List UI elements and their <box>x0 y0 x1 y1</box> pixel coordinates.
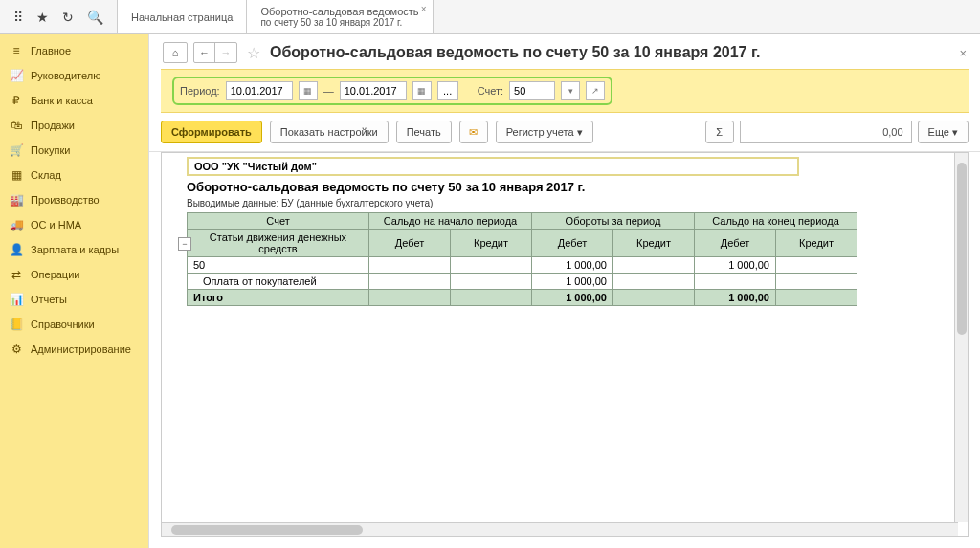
sidebar-item-main[interactable]: ≡Главное <box>0 38 148 63</box>
th-debit: Дебет <box>369 230 451 257</box>
period-dash: — <box>323 85 334 97</box>
email-button[interactable]: ✉ <box>459 121 488 143</box>
report-subtitle: Выводимые данные: БУ (данные бухгалтерск… <box>187 198 958 208</box>
date-to-calendar-icon[interactable]: ▦ <box>412 81 432 100</box>
sidebar-item-production[interactable]: 🏭Производство <box>0 187 148 212</box>
apps-icon[interactable]: ⠿ <box>13 10 23 25</box>
tab-close-icon[interactable]: × <box>421 4 427 15</box>
sum-group: Σ 0,00 Еще ▾ <box>705 121 969 143</box>
report-area[interactable]: ООО "УК "Чистый дом" Оборотно-сальдовая … <box>161 152 969 537</box>
list-icon: ≡ <box>10 44 23 57</box>
th-turnover: Обороты за период <box>532 213 695 230</box>
row-value: 1 000,00 <box>695 257 776 274</box>
account-open-icon[interactable]: ↗ <box>586 81 605 100</box>
parameter-bar: Период: 10.01.2017 ▦ — 10.01.2017 ▦ ... … <box>161 69 969 113</box>
th-credit: Кредит <box>613 230 695 257</box>
sidebar-item-label: Продажи <box>31 120 75 131</box>
row-value: 1 000,00 <box>532 274 613 290</box>
search-icon[interactable]: 🔍 <box>87 10 103 25</box>
tab-home[interactable]: Начальная страница <box>118 0 247 33</box>
sidebar-item-label: ОС и НМА <box>31 219 81 230</box>
th-cashflow: Статьи движения денежных средств <box>188 230 369 257</box>
register-button[interactable]: Регистр учета ▾ <box>496 121 593 143</box>
row-name: 50 <box>188 257 369 274</box>
exchange-icon: ⇄ <box>10 268 23 281</box>
sidebar-item-hr[interactable]: 👤Зарплата и кадры <box>0 237 148 262</box>
report-table: Счет Сальдо на начало периода Обороты за… <box>187 212 858 306</box>
sidebar-item-label: Производство <box>31 194 100 206</box>
sidebar-item-manager[interactable]: 📈Руководителю <box>0 63 148 88</box>
sidebar-item-bank[interactable]: ₽Банк и касса <box>0 88 148 113</box>
more-button[interactable]: Еще ▾ <box>918 121 969 143</box>
sidebar-item-sales[interactable]: 🛍Продажи <box>0 113 148 138</box>
nav-back-button[interactable]: ← <box>194 43 215 62</box>
tabs-bar: Начальная страница Оборотно-сальдовая ве… <box>118 0 434 33</box>
action-bar: Сформировать Показать настройки Печать ✉… <box>149 113 980 152</box>
tab-home-label: Начальная страница <box>131 11 233 23</box>
history-icon[interactable]: ↻ <box>62 10 74 25</box>
sidebar-item-catalogs[interactable]: 📒Справочники <box>0 312 148 337</box>
tab-report-line2: по счету 50 за 10 января 2017 г. <box>260 17 418 29</box>
barchart-icon: 📊 <box>10 293 23 306</box>
person-icon: 👤 <box>10 243 23 256</box>
sidebar-item-label: Справочники <box>31 318 95 330</box>
sidebar-item-reports[interactable]: 📊Отчеты <box>0 287 148 312</box>
favorite-star-icon[interactable]: ☆ <box>247 44 260 62</box>
horizontal-scrollbar[interactable] <box>162 522 958 536</box>
th-credit: Кредит <box>451 230 532 257</box>
sidebar-item-label: Главное <box>31 45 71 56</box>
collapse-row-icon[interactable]: − <box>178 237 191 251</box>
sum-value: 0,00 <box>740 121 912 143</box>
date-from-input[interactable]: 10.01.2017 <box>226 81 293 100</box>
sum-button[interactable]: Σ <box>705 121 734 143</box>
sidebar-item-label: Руководителю <box>31 70 100 81</box>
row-value <box>695 274 776 290</box>
bag-icon: 🛍 <box>10 119 23 132</box>
print-button[interactable]: Печать <box>396 121 452 143</box>
sidebar-item-label: Зарплата и кадры <box>31 244 119 255</box>
tab-report-line1: Оборотно-сальдовая ведомость <box>260 6 418 17</box>
total-value: 1 000,00 <box>532 290 613 306</box>
table-row[interactable]: Оплата от покупателей 1 000,00 <box>188 274 858 290</box>
sidebar: ≡Главное 📈Руководителю ₽Банк и касса 🛍Пр… <box>0 34 149 548</box>
table-row[interactable]: 50 1 000,00 1 000,00 <box>188 257 858 274</box>
sidebar-item-purchases[interactable]: 🛒Покупки <box>0 138 148 163</box>
content: ⌂ ← → ☆ Оборотно-сальдовая ведомость по … <box>149 34 980 548</box>
page-header: ⌂ ← → ☆ Оборотно-сальдовая ведомость по … <box>149 34 980 69</box>
close-page-button[interactable]: × <box>959 46 967 60</box>
form-button[interactable]: Сформировать <box>161 121 262 143</box>
table-total-row: Итого 1 000,00 1 000,00 <box>188 290 858 306</box>
layout: ≡Главное 📈Руководителю ₽Банк и касса 🛍Пр… <box>0 34 980 548</box>
tool-icons: ⠿ ★ ↻ 🔍 <box>0 0 118 33</box>
th-debit: Дебет <box>695 230 776 257</box>
date-from-calendar-icon[interactable]: ▦ <box>299 81 318 100</box>
row-value: 1 000,00 <box>532 257 613 274</box>
account-label: Счет: <box>478 85 503 97</box>
tab-report[interactable]: Оборотно-сальдовая ведомость по счету 50… <box>247 0 433 33</box>
top-toolbar: ⠿ ★ ↻ 🔍 Начальная страница Оборотно-саль… <box>0 0 980 34</box>
vertical-scrollbar[interactable] <box>954 153 968 522</box>
show-settings-button[interactable]: Показать настройки <box>270 121 389 143</box>
th-debit: Дебет <box>532 230 613 257</box>
sidebar-item-admin[interactable]: ⚙Администрирование <box>0 337 148 362</box>
th-end: Сальдо на конец периода <box>695 213 858 230</box>
period-picker-button[interactable]: ... <box>437 81 458 100</box>
book-icon: 📒 <box>10 318 23 331</box>
factory-icon: 🏭 <box>10 193 23 207</box>
nav-forward-button[interactable]: → <box>215 43 236 62</box>
account-dropdown-icon[interactable]: ▾ <box>561 81 580 100</box>
sidebar-item-assets[interactable]: 🚚ОС и НМА <box>0 212 148 237</box>
period-label: Период: <box>180 85 220 97</box>
account-input[interactable]: 50 <box>509 81 555 100</box>
sidebar-item-operations[interactable]: ⇄Операции <box>0 262 148 287</box>
cart-icon: 🛒 <box>10 143 23 157</box>
date-to-input[interactable]: 10.01.2017 <box>340 81 407 100</box>
sidebar-item-label: Операции <box>31 269 79 280</box>
home-button[interactable]: ⌂ <box>163 42 188 63</box>
grid-icon: ▦ <box>10 168 23 182</box>
ruble-icon: ₽ <box>10 94 23 107</box>
favorite-icon[interactable]: ★ <box>36 10 49 25</box>
row-name: Оплата от покупателей <box>188 274 369 290</box>
total-label: Итого <box>188 290 369 306</box>
sidebar-item-warehouse[interactable]: ▦Склад <box>0 163 148 187</box>
